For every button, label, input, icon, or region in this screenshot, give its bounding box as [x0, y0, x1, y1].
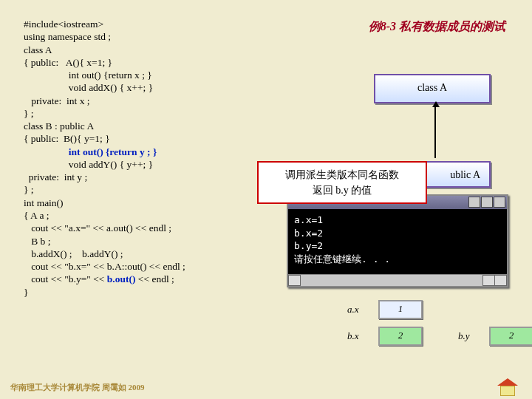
callout-line2: 返回 b.y 的值 [265, 183, 420, 198]
var-label: b.y [458, 330, 479, 342]
annotation-callout: 调用派生类版本同名函数 返回 b.y 的值 [257, 161, 427, 204]
scroll-left-icon[interactable] [288, 275, 301, 286]
callout-line1: 调用派生类版本同名函数 [265, 167, 420, 183]
table-row: b.x 2 b.y 2 [347, 327, 532, 346]
min-icon[interactable] [468, 197, 480, 208]
inheritance-arrow [434, 103, 436, 158]
footer-credit: 华南理工大学计算机学院 周霭如 2009 [10, 382, 145, 393]
close-icon[interactable] [494, 197, 505, 208]
source-code: #include<iostream> using namespace std ;… [24, 18, 185, 299]
variable-table: a.x 1 b.x 2 b.y 2 [347, 300, 532, 353]
var-label: b.x [347, 330, 368, 342]
table-row: a.x 1 [347, 300, 532, 319]
scroll-right-icon[interactable] [482, 275, 495, 286]
example-title: 例8-3 私有数据成员的测试 [369, 19, 505, 35]
console-window: a.x=1 b.x=2 b.y=2 请按任意键继续. . . [287, 194, 508, 287]
max-icon[interactable] [481, 197, 493, 208]
var-cell: 2 [378, 327, 423, 346]
var-cell: 1 [378, 300, 423, 319]
scroll-grip-icon[interactable] [494, 275, 507, 286]
var-label: a.x [347, 304, 368, 316]
var-cell: 2 [489, 327, 532, 346]
console-scrollbar[interactable] [288, 274, 507, 286]
console-output: a.x=1 b.x=2 b.y=2 请按任意键继续. . . [288, 209, 507, 274]
home-icon[interactable] [497, 368, 519, 389]
